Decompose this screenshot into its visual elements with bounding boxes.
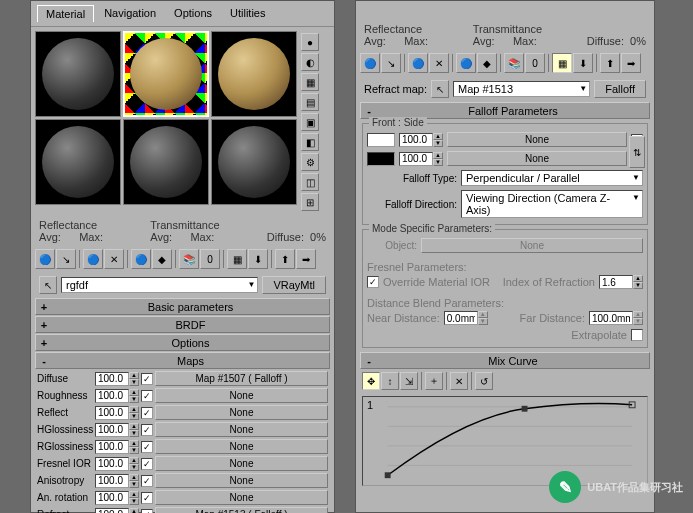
map-amount-spinner[interactable]: ▲▼ <box>95 372 139 386</box>
map-slot-button[interactable]: None <box>155 490 328 505</box>
rollout-basic[interactable]: +Basic parameters <box>35 298 330 315</box>
map-slot-button[interactable]: None <box>155 456 328 471</box>
put-to-library-icon-r[interactable]: 📚 <box>504 53 524 73</box>
go-forward-icon-r[interactable]: ➡ <box>621 53 641 73</box>
material-name-dropdown[interactable]: rgfdf <box>61 277 258 293</box>
map-slot-button[interactable]: None <box>155 405 328 420</box>
amount-spinner[interactable]: ▲▼ <box>399 152 443 166</box>
map-enable-checkbox[interactable]: ✓ <box>141 373 153 385</box>
make-copy-icon-r[interactable]: 🔵 <box>456 53 476 73</box>
watermark: ✎ UBAT作品集研习社 <box>549 471 683 503</box>
map-slot-button[interactable]: None <box>155 439 328 454</box>
rollout-mix-curve[interactable]: -Mix Curve <box>360 352 650 369</box>
swatch-4[interactable] <box>35 119 121 205</box>
reset-curve-icon[interactable]: ↺ <box>475 372 493 390</box>
make-unique-icon[interactable]: ◆ <box>152 249 172 269</box>
map-amount-spinner[interactable]: ▲▼ <box>95 508 139 514</box>
falloff-type-button[interactable]: Falloff <box>594 80 646 98</box>
rollout-options[interactable]: +Options <box>35 334 330 351</box>
go-forward-icon[interactable]: ➡ <box>296 249 316 269</box>
sample-type-icon[interactable]: ● <box>301 33 319 51</box>
material-id-icon-r[interactable]: 0 <box>525 53 545 73</box>
map-amount-spinner[interactable]: ▲▼ <box>95 423 139 437</box>
refract-map-dropdown[interactable]: Map #1513 <box>453 81 590 97</box>
map-slot-button[interactable]: None <box>155 422 328 437</box>
map-amount-spinner[interactable]: ▲▼ <box>95 474 139 488</box>
show-in-viewport-icon-r[interactable]: ▦ <box>552 53 572 73</box>
map-enable-checkbox[interactable]: ✓ <box>141 509 153 514</box>
map-amount-spinner[interactable]: ▲▼ <box>95 440 139 454</box>
select-by-mat-icon[interactable]: ◫ <box>301 173 319 191</box>
map-slot-button[interactable]: None <box>155 388 328 403</box>
map-enable-checkbox[interactable]: ✓ <box>141 407 153 419</box>
options-icon[interactable]: ⚙ <box>301 153 319 171</box>
swatch-3[interactable] <box>211 31 297 117</box>
make-copy-icon[interactable]: 🔵 <box>131 249 151 269</box>
map-amount-spinner[interactable]: ▲▼ <box>95 389 139 403</box>
uv-tiling-icon[interactable]: ▤ <box>301 93 319 111</box>
show-end-result-icon[interactable]: ⬇ <box>248 249 268 269</box>
material-id-icon[interactable]: 0 <box>200 249 220 269</box>
assign-icon[interactable]: 🔵 <box>83 249 103 269</box>
assign-icon-r[interactable]: 🔵 <box>408 53 428 73</box>
put-to-scene-icon[interactable]: ↘ <box>56 249 76 269</box>
delete-point-icon[interactable]: ✕ <box>450 372 468 390</box>
map-enable-checkbox[interactable]: ✓ <box>141 424 153 436</box>
map-slot-button[interactable]: Map #1507 ( Falloff ) <box>155 371 328 386</box>
map-enable-checkbox[interactable]: ✓ <box>141 390 153 402</box>
watermark-avatar: ✎ <box>549 471 581 503</box>
swatch-1[interactable] <box>35 31 121 117</box>
rollout-maps[interactable]: -Maps <box>35 352 330 369</box>
move-v-icon[interactable]: ↕ <box>381 372 399 390</box>
scale-icon[interactable]: ⇲ <box>400 372 418 390</box>
make-unique-icon-r[interactable]: ◆ <box>477 53 497 73</box>
color-swatch[interactable] <box>367 133 395 147</box>
map-slot-button[interactable]: None <box>155 473 328 488</box>
amount-spinner[interactable]: ▲▼ <box>399 133 443 147</box>
map-slot-button[interactable]: None <box>447 132 627 147</box>
rollout-brdf[interactable]: +BRDF <box>35 316 330 333</box>
map-enable-checkbox[interactable]: ✓ <box>141 492 153 504</box>
reset-icon-r[interactable]: ✕ <box>429 53 449 73</box>
swap-icon[interactable]: ⇅ <box>629 136 645 168</box>
backlight-icon[interactable]: ◐ <box>301 53 319 71</box>
go-parent-icon[interactable]: ⬆ <box>275 249 295 269</box>
falloff-dir-dropdown[interactable]: Viewing Direction (Camera Z-Axis) <box>461 190 643 218</box>
video-check-icon[interactable]: ▣ <box>301 113 319 131</box>
map-amount-spinner[interactable]: ▲▼ <box>95 491 139 505</box>
ior-spinner[interactable]: ▲▼ <box>599 275 643 289</box>
move-icon[interactable]: ✥ <box>362 372 380 390</box>
tab-navigation[interactable]: Navigation <box>96 5 164 22</box>
swatch-6[interactable] <box>211 119 297 205</box>
override-ior-checkbox[interactable]: ✓ <box>367 276 379 288</box>
map-enable-checkbox[interactable]: ✓ <box>141 441 153 453</box>
background-icon[interactable]: ▦ <box>301 73 319 91</box>
material-type-button[interactable]: VRayMtl <box>262 276 326 294</box>
show-end-result-icon-r[interactable]: ⬇ <box>573 53 593 73</box>
swatch-5[interactable] <box>123 119 209 205</box>
get-material-icon[interactable]: 🔵 <box>35 249 55 269</box>
map-slot-button[interactable]: None <box>447 151 627 166</box>
falloff-type-dropdown[interactable]: Perpendicular / Parallel <box>461 170 643 186</box>
map-amount-spinner[interactable]: ▲▼ <box>95 457 139 471</box>
get-material-icon-r[interactable]: 🔵 <box>360 53 380 73</box>
color-swatch[interactable] <box>367 152 395 166</box>
swatch-2[interactable] <box>123 31 209 117</box>
pick-icon-r[interactable]: ↖ <box>431 80 449 98</box>
tab-material[interactable]: Material <box>37 5 94 22</box>
go-parent-icon-r[interactable]: ⬆ <box>600 53 620 73</box>
tab-utilities[interactable]: Utilities <box>222 5 273 22</box>
tab-options[interactable]: Options <box>166 5 220 22</box>
mat-map-nav-icon[interactable]: ⊞ <box>301 193 319 211</box>
map-amount-spinner[interactable]: ▲▼ <box>95 406 139 420</box>
map-enable-checkbox[interactable]: ✓ <box>141 458 153 470</box>
map-slot-button[interactable]: Map #1513 ( Falloff ) <box>155 507 328 513</box>
put-to-library-icon[interactable]: 📚 <box>179 249 199 269</box>
reset-icon[interactable]: ✕ <box>104 249 124 269</box>
preview-icon[interactable]: ◧ <box>301 133 319 151</box>
show-in-viewport-icon[interactable]: ▦ <box>227 249 247 269</box>
map-enable-checkbox[interactable]: ✓ <box>141 475 153 487</box>
pick-icon[interactable]: ↖ <box>39 276 57 294</box>
put-to-scene-icon-r[interactable]: ↘ <box>381 53 401 73</box>
add-point-icon[interactable]: ＋ <box>425 372 443 390</box>
